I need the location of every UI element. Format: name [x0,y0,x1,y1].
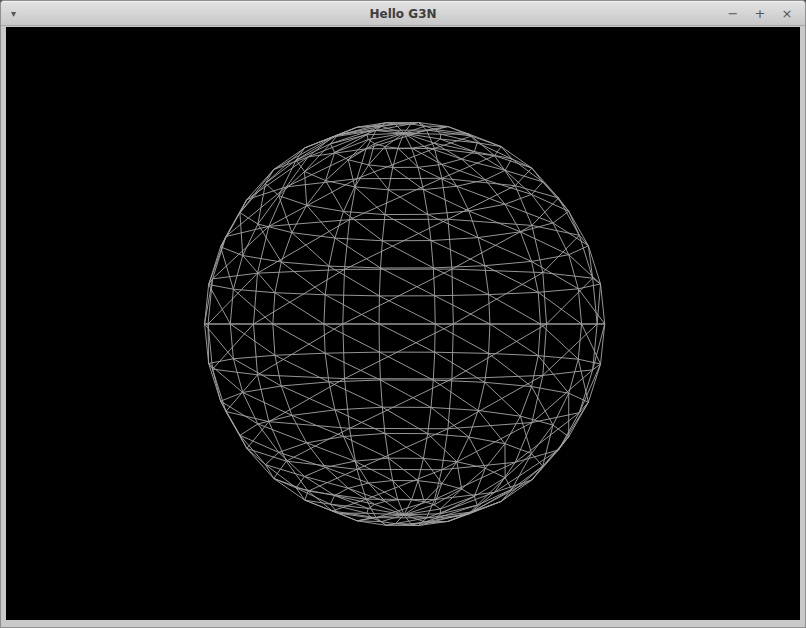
window-titlebar[interactable]: ▾ Hello G3N − + × [1,1,805,26]
close-button[interactable]: × [779,2,795,25]
window-controls: − + × [725,2,795,25]
3d-viewport[interactable] [6,27,800,620]
window-menu-button[interactable]: ▾ [11,9,27,19]
minimize-button[interactable]: − [725,2,741,25]
maximize-button[interactable]: + [752,2,768,25]
wireframe-sphere-svg [6,27,800,620]
app-window: ▾ Hello G3N − + × [0,0,806,628]
window-title: Hello G3N [1,2,805,25]
